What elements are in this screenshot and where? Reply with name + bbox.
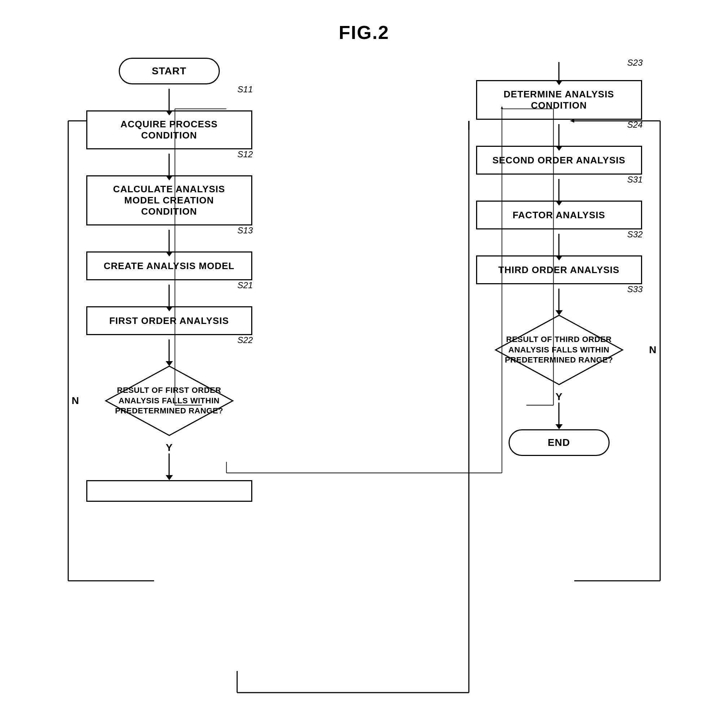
diamond-s33: RESULT OF THIRD ORDERANALYSIS FALLS WITH… — [476, 310, 642, 389]
bottom-connector-left — [86, 480, 252, 502]
box-s23: DETERMINE ANALYSIS CONDITION — [476, 80, 642, 120]
start-node: START — [119, 58, 220, 84]
label-y-left: Y — [166, 442, 173, 454]
label-n-right: N — [649, 344, 656, 356]
arrow-2 — [168, 154, 170, 175]
columns: START S11 ACQUIRE PROCESS CONDITION — [39, 58, 689, 502]
flowchart: START S11 ACQUIRE PROCESS CONDITION — [39, 58, 689, 502]
label-n-left: N — [72, 395, 79, 406]
right-column: S23 DETERMINE ANALYSIS CONDITION S24 — [458, 58, 660, 502]
figure-title: FIG.2 — [0, 0, 728, 58]
arrow-r5 — [558, 289, 560, 310]
arrow-y-right — [558, 403, 560, 424]
arrow-r1 — [558, 62, 560, 80]
arrow-4 — [168, 285, 170, 306]
label-y-right: Y — [555, 391, 562, 403]
arrow-y-left — [168, 454, 170, 475]
end-node: END — [509, 429, 610, 456]
arrow-3 — [168, 230, 170, 251]
page: FIG.2 — [0, 0, 728, 502]
arrow-r3 — [558, 179, 560, 200]
left-column: START S11 ACQUIRE PROCESS CONDITION — [68, 58, 270, 502]
arrow-1 — [168, 89, 170, 110]
arrow-r2 — [558, 124, 560, 146]
box-s12: CALCULATE ANALYSIS MODEL CREATION CONDIT… — [86, 175, 252, 226]
arrow-5 — [168, 339, 170, 361]
box-s11: ACQUIRE PROCESS CONDITION — [86, 110, 252, 149]
arrow-r4 — [558, 234, 560, 255]
diamond-s22: N RESULT OF FIRST ORDERANALYSIS FALLS WI… — [86, 361, 252, 440]
